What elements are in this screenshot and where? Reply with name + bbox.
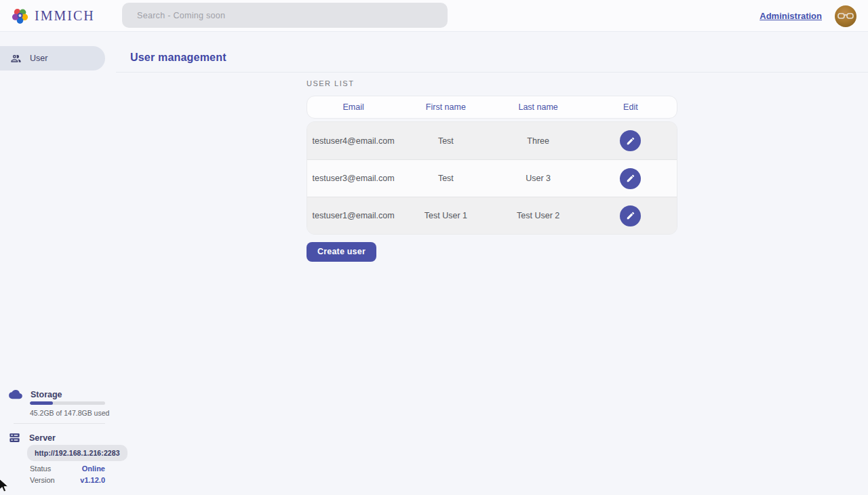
status-label: Status <box>30 464 51 473</box>
server-url-badge: http://192.168.1.216:2283 <box>27 445 127 461</box>
server-version-row: Version v1.12.0 <box>30 476 105 484</box>
user-avatar[interactable] <box>835 5 856 27</box>
cell-email: testuser3@email.com <box>307 174 399 183</box>
avatar-glasses-detail <box>837 12 854 20</box>
top-navbar: IMMICH Administration <box>0 0 868 32</box>
user-list-section-label: USER LIST <box>307 79 354 87</box>
column-header-email: Email <box>307 102 399 112</box>
edit-user-button[interactable] <box>620 168 641 189</box>
storage-usage-text: 45.2GB of 147.8GB used <box>30 409 109 417</box>
cell-last-name: Three <box>492 136 585 146</box>
cell-last-name: User 3 <box>492 174 585 183</box>
storage-progress-bar <box>30 401 105 405</box>
pencil-icon <box>626 174 635 183</box>
cell-first-name: Test User 1 <box>399 211 492 220</box>
table-row: testuser3@email.com Test User 3 <box>307 159 677 197</box>
storage-title: Storage <box>31 390 62 399</box>
sidebar-item-label: User <box>30 54 47 63</box>
table-row: testuser4@email.com Test Three <box>307 122 677 159</box>
immich-flower-icon <box>11 7 29 25</box>
mouse-cursor <box>0 479 11 494</box>
title-divider <box>116 72 868 73</box>
cell-first-name: Test <box>399 136 492 146</box>
edit-user-button[interactable] <box>620 205 641 226</box>
table-row: testuser1@email.com Test User 1 Test Use… <box>307 197 677 234</box>
user-table-body: testuser4@email.com Test Three testuser3… <box>307 121 677 235</box>
cell-last-name: Test User 2 <box>492 211 585 220</box>
cell-first-name: Test <box>399 174 492 183</box>
edit-user-button[interactable] <box>620 130 641 151</box>
storage-progress-fill <box>30 401 53 405</box>
column-header-first-name: First name <box>399 102 492 112</box>
pencil-icon <box>626 211 635 220</box>
user-table-header: Email First name Last name Edit <box>307 96 677 119</box>
users-icon <box>10 54 22 63</box>
version-value: v1.12.0 <box>80 476 105 484</box>
column-header-edit: Edit <box>585 102 677 112</box>
logo-wordmark: IMMICH <box>35 8 95 24</box>
footer-divider <box>14 423 105 424</box>
status-value: Online <box>82 464 105 473</box>
cloud-icon <box>9 390 22 399</box>
cell-email: testuser1@email.com <box>307 211 399 220</box>
server-title: Server <box>29 433 56 443</box>
server-status-row: Status Online <box>30 464 105 473</box>
search-input[interactable] <box>122 3 448 28</box>
server-icon <box>9 432 20 443</box>
pencil-icon <box>626 136 635 146</box>
cell-email: testuser4@email.com <box>307 136 399 146</box>
sidebar-item-user[interactable]: User <box>0 46 105 71</box>
create-user-button[interactable]: Create user <box>307 242 376 262</box>
version-label: Version <box>30 476 55 484</box>
column-header-last-name: Last name <box>492 102 585 112</box>
page-title: User management <box>130 52 226 64</box>
administration-link[interactable]: Administration <box>760 11 822 21</box>
immich-logo[interactable]: IMMICH <box>11 7 95 25</box>
